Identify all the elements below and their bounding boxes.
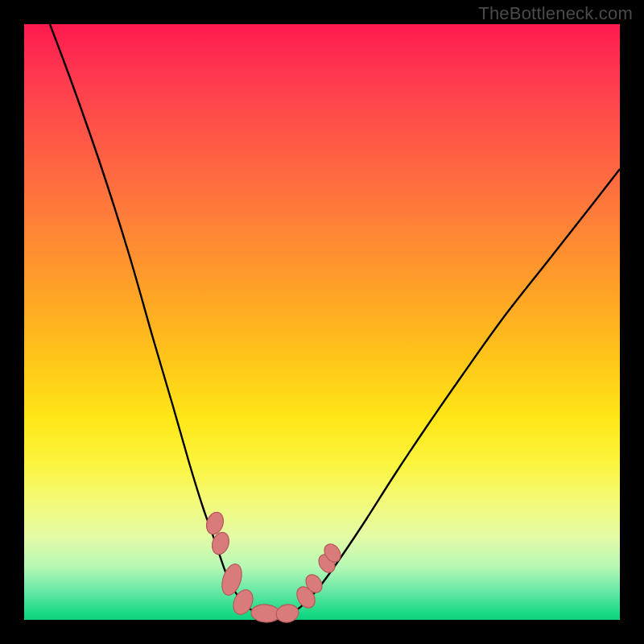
chart-frame: TheBottleneck.com (0, 0, 644, 644)
watermark-text: TheBottleneck.com (478, 3, 633, 24)
chart-svg (24, 24, 620, 620)
curve-marker (275, 603, 299, 625)
plot-area (24, 24, 620, 620)
bottleneck-curve (50, 24, 620, 617)
marker-group (204, 510, 344, 625)
